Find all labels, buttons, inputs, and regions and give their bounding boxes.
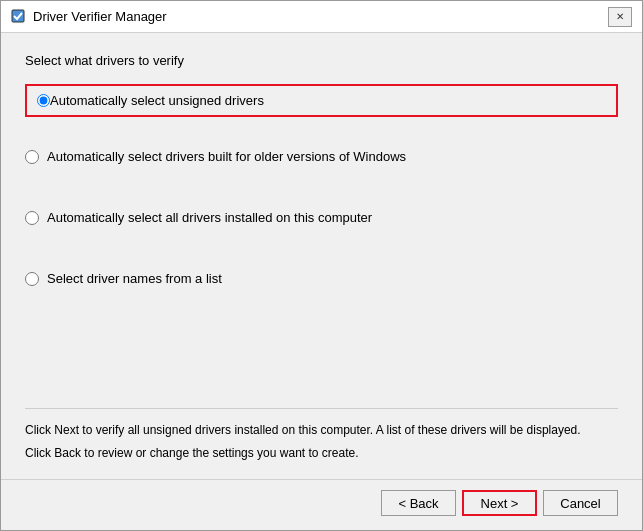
radio-input-1[interactable] <box>37 94 50 107</box>
radio-option-4[interactable]: Select driver names from a list <box>25 257 618 300</box>
radio-label-3[interactable]: Automatically select all drivers install… <box>47 210 372 225</box>
radio-input-3[interactable] <box>25 211 39 225</box>
window-title: Driver Verifier Manager <box>33 9 167 24</box>
description-line2: Click Back to review or change the setti… <box>25 444 618 463</box>
title-bar-controls: ✕ <box>608 7 632 27</box>
driver-verifier-window: Driver Verifier Manager ✕ Select what dr… <box>0 0 643 531</box>
radio-label-1[interactable]: Automatically select unsigned drivers <box>50 93 264 108</box>
next-button[interactable]: Next > <box>462 490 537 516</box>
footer: < Back Next > Cancel <box>1 479 642 530</box>
back-button[interactable]: < Back <box>381 490 456 516</box>
radio-input-4[interactable] <box>25 272 39 286</box>
radio-option-3[interactable]: Automatically select all drivers install… <box>25 196 618 239</box>
description-area: Click Next to verify all unsigned driver… <box>25 408 618 463</box>
radio-group: Automatically select unsigned drivers Au… <box>25 84 618 404</box>
window-icon <box>11 9 27 25</box>
description-line1: Click Next to verify all unsigned driver… <box>25 421 618 440</box>
title-bar-left: Driver Verifier Manager <box>11 9 167 25</box>
main-content: Select what drivers to verify Automatica… <box>1 33 642 479</box>
radio-label-2[interactable]: Automatically select drivers built for o… <box>47 149 406 164</box>
radio-input-2[interactable] <box>25 150 39 164</box>
radio-label-4[interactable]: Select driver names from a list <box>47 271 222 286</box>
close-button[interactable]: ✕ <box>608 7 632 27</box>
radio-option-2[interactable]: Automatically select drivers built for o… <box>25 135 618 178</box>
section-title: Select what drivers to verify <box>25 53 618 68</box>
title-bar: Driver Verifier Manager ✕ <box>1 1 642 33</box>
cancel-button[interactable]: Cancel <box>543 490 618 516</box>
svg-rect-0 <box>12 10 24 22</box>
radio-option-1[interactable]: Automatically select unsigned drivers <box>25 84 618 117</box>
